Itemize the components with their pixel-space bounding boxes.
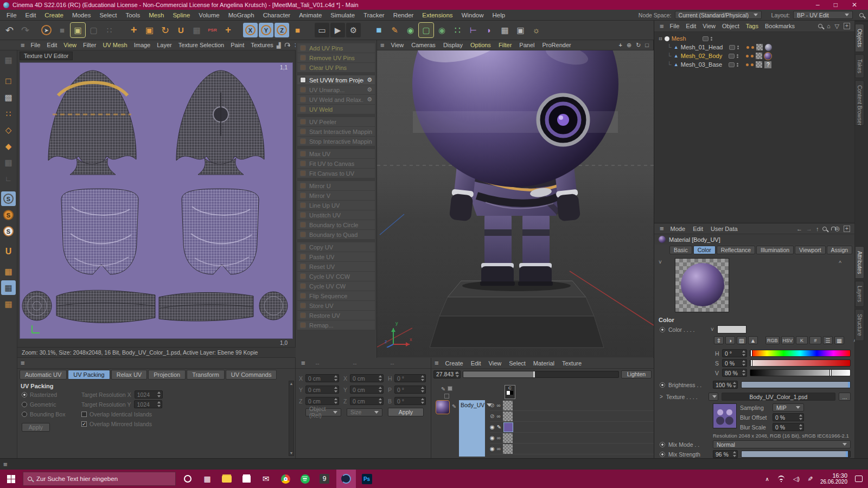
texture-expand-icon[interactable]: > bbox=[660, 394, 663, 400]
rect-select-icon[interactable]: ▦ bbox=[189, 23, 204, 37]
swatches-icon[interactable]: ▦ bbox=[834, 336, 844, 344]
minimize-button[interactable]: – bbox=[816, 1, 820, 9]
uv-packing-apply-button[interactable]: Apply bbox=[22, 423, 50, 432]
texture-type-dropdown[interactable] bbox=[709, 393, 718, 401]
uv-command-item[interactable]: Boundary to Circle ⚙ bbox=[297, 220, 375, 230]
axis-mode-icon[interactable]: ∟ bbox=[1, 171, 16, 186]
search-icon[interactable] bbox=[859, 13, 864, 17]
color-swatch[interactable] bbox=[717, 325, 746, 333]
eye-icon[interactable]: ◉ bbox=[490, 446, 495, 452]
menu-item[interactable]: Bookmarks bbox=[762, 22, 798, 30]
coord-mode-dropdown[interactable]: Object (Rel) bbox=[305, 408, 341, 416]
move-tool[interactable]: + bbox=[126, 23, 141, 37]
menu-item[interactable]: Options bbox=[467, 41, 495, 49]
uvw-tag-icon[interactable] bbox=[756, 44, 763, 50]
uv-menu-hamburger-icon[interactable]: ≡ bbox=[17, 41, 28, 49]
uv-tools-tab[interactable]: Relax UV bbox=[111, 370, 147, 380]
fg-swatch[interactable] bbox=[448, 386, 452, 391]
uv-command-item[interactable]: Paste UV ⚙ bbox=[297, 252, 375, 262]
viewport-hamburger-icon[interactable]: ≡ bbox=[377, 41, 387, 49]
uv-command-item[interactable]: Fit UV to Canvas ⚙ bbox=[297, 159, 375, 169]
mix-mode-dropdown[interactable]: Normal bbox=[713, 440, 851, 448]
uv-command-item[interactable]: Reset UV ⚙ bbox=[297, 262, 375, 272]
object-row-base[interactable]: └ ▲ Mesh_03_Base ? bbox=[659, 60, 854, 69]
coord-field[interactable]: 0 cm bbox=[305, 374, 339, 382]
uv-command-item[interactable]: Flip Sequence ⚙ bbox=[297, 291, 375, 301]
color-anim-dot[interactable] bbox=[660, 327, 665, 332]
uv-command-item[interactable]: Cycle UV CW ⚙ bbox=[297, 281, 375, 291]
rotate-tool[interactable]: ↻ bbox=[158, 23, 173, 37]
add-primitive-button[interactable]: ■ bbox=[372, 23, 386, 37]
menu-item[interactable]: File bbox=[28, 41, 44, 49]
uv-command-item[interactable]: Mirror U ⚙ bbox=[297, 181, 375, 191]
menu-item[interactable]: Mode bbox=[667, 225, 690, 233]
subdivision-surface-button[interactable]: ◉ bbox=[403, 23, 418, 37]
texture-tag-icon[interactable] bbox=[765, 44, 772, 51]
cortana-icon[interactable] bbox=[181, 472, 194, 485]
menu-item[interactable]: Filter bbox=[495, 41, 515, 49]
snap-enable-button[interactable]: S bbox=[1, 191, 16, 206]
spectrum-icon[interactable]: ▨ bbox=[737, 336, 746, 344]
menu-item[interactable]: View bbox=[485, 359, 506, 367]
measure-button[interactable]: ⊢ bbox=[466, 23, 481, 37]
am-search-icon[interactable] bbox=[822, 227, 827, 231]
menu-item[interactable]: MoGraph bbox=[224, 11, 259, 19]
menu-item[interactable]: Volume bbox=[194, 11, 224, 19]
color-mode-button[interactable]: # bbox=[809, 336, 821, 344]
layer-thumb[interactable] bbox=[503, 444, 513, 454]
menu-item[interactable]: Edit bbox=[682, 22, 699, 30]
texture-mode-button[interactable]: ▩ bbox=[1, 90, 16, 105]
cinema4d-taskbar-icon[interactable] bbox=[336, 470, 356, 488]
om-hamburger-icon[interactable]: ≡ bbox=[654, 22, 667, 30]
node-space-dropdown[interactable]: Current (Standard/Physical) bbox=[675, 11, 762, 19]
menu-item[interactable]: Cameras bbox=[407, 41, 439, 49]
gear-icon[interactable]: ⚙ bbox=[367, 96, 372, 103]
preview-scroll-up-icon[interactable]: ^ bbox=[839, 260, 841, 266]
lock-x-button[interactable]: X bbox=[243, 23, 258, 37]
menu-item[interactable]: Layer bbox=[154, 41, 175, 49]
menu-item[interactable]: Spline bbox=[168, 11, 194, 19]
menu-item[interactable]: Tools bbox=[121, 11, 144, 19]
visibility-dots-icon[interactable] bbox=[737, 54, 738, 58]
bottom-hamburger-icon[interactable]: ≡ bbox=[0, 460, 10, 468]
gumball-tool[interactable]: U bbox=[174, 23, 188, 37]
snap-3d-button[interactable]: S bbox=[1, 208, 16, 222]
viewport-maximize-icon[interactable]: □ bbox=[645, 42, 649, 49]
camera-button[interactable]: ▣ bbox=[513, 23, 528, 37]
uv-tools-scrollbar[interactable]: ▲▼ bbox=[289, 381, 294, 456]
layer-toggle-icon[interactable] bbox=[729, 54, 735, 59]
material-tab[interactable]: Reflectance bbox=[717, 246, 755, 254]
maximize-button[interactable]: □ bbox=[834, 1, 838, 9]
blur-offset-field[interactable]: 0 % bbox=[773, 413, 804, 421]
expand-icon[interactable]: ⊟ bbox=[659, 36, 662, 41]
brightness-field[interactable]: 100 % bbox=[713, 381, 738, 389]
model-tool-icon[interactable]: ■ bbox=[55, 23, 69, 37]
dock-tab[interactable]: Attributes bbox=[855, 246, 864, 279]
coord-field[interactable]: 0 cm bbox=[350, 397, 384, 405]
menu-item[interactable]: Edit bbox=[689, 225, 707, 233]
target-res-y-field[interactable]: 1024 bbox=[134, 400, 162, 408]
visibility-dots-icon[interactable] bbox=[737, 46, 739, 49]
mail-icon[interactable]: ✉ bbox=[259, 472, 272, 485]
uv-command-item[interactable]: Stop Interactive Mapping ⚙ bbox=[297, 137, 375, 146]
menu-item[interactable]: Tags bbox=[743, 22, 762, 30]
phong-tag-icon2[interactable] bbox=[751, 46, 754, 49]
store-icon[interactable] bbox=[240, 472, 253, 485]
menu-item[interactable]: User Data bbox=[707, 225, 742, 233]
h-field[interactable]: 0 ° bbox=[722, 349, 747, 357]
missing-texture-tag-icon[interactable]: ? bbox=[764, 61, 771, 68]
volume-button[interactable]: ◗ bbox=[482, 23, 496, 37]
task-view-icon[interactable]: ▦ bbox=[201, 472, 214, 485]
taskbar-search-box[interactable]: Zur Suche Text hier eingeben bbox=[23, 472, 176, 486]
wifi-icon[interactable] bbox=[777, 476, 786, 482]
menu-item[interactable]: Edit bbox=[21, 11, 41, 19]
menu-item[interactable]: Create bbox=[442, 359, 467, 367]
layer-thumb-active[interactable] bbox=[503, 422, 513, 432]
material-tab[interactable]: Viewport bbox=[795, 246, 826, 254]
om-path-icon[interactable]: ⌂ bbox=[827, 23, 831, 29]
mixmode-anim-dot[interactable] bbox=[660, 442, 665, 447]
layer-thumb[interactable] bbox=[503, 412, 513, 421]
uv-command-item[interactable]: Start Interactive Mapping ⚙ bbox=[297, 127, 375, 137]
phong-tag-icon[interactable] bbox=[746, 63, 749, 66]
layer-row[interactable]: ◉∞ bbox=[490, 444, 654, 454]
